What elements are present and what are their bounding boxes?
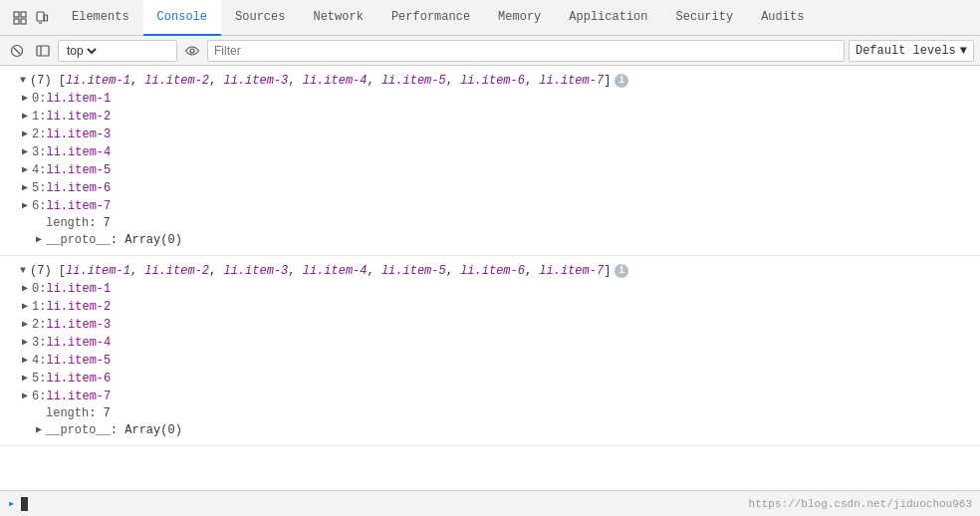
tab-memory[interactable]: Memory [484, 0, 555, 36]
expand-arrow-icon[interactable]: ▶ [22, 91, 28, 107]
expand-arrow-icon[interactable]: ▶ [22, 162, 28, 178]
array-summary-line[interactable]: ▼(7) [li.item-1, li.item-2, li.item-3, l… [0, 262, 980, 280]
expand-arrow-icon[interactable]: ▶ [22, 335, 28, 351]
length-property: length: 7 [0, 405, 980, 421]
levels-dropdown-button[interactable]: Default levels ▼ [849, 40, 974, 62]
list-item[interactable]: ▶5: li.item-6 [0, 370, 980, 387]
svg-rect-3 [21, 19, 26, 24]
list-item[interactable]: ▶1: li.item-2 [0, 108, 980, 126]
expand-arrow-icon[interactable]: ▶ [22, 127, 28, 142]
svg-line-8 [14, 48, 20, 54]
expand-arrow-icon[interactable]: ▶ [22, 353, 28, 369]
list-item[interactable]: ▶6: li.item-7 [0, 387, 980, 405]
list-item[interactable]: ▶6: li.item-7 [0, 197, 980, 215]
collapse-arrow-icon[interactable]: ▼ [20, 263, 26, 279]
watermark-text: https://blog.csdn.net/jiduochou963 [749, 498, 972, 510]
filter-input[interactable] [207, 40, 845, 62]
console-block: ▼(7) [li.item-1, li.item-2, li.item-3, l… [0, 256, 980, 446]
device-icon[interactable] [34, 10, 50, 26]
devtools-icons [4, 10, 58, 26]
tab-network[interactable]: Network [299, 0, 376, 36]
eye-button[interactable] [181, 40, 203, 62]
console-prompt: ▸ [8, 496, 749, 511]
proto-expand-arrow-icon[interactable]: ▶ [36, 422, 42, 438]
tab-elements[interactable]: Elements [58, 0, 143, 36]
expand-arrow-icon[interactable]: ▶ [22, 388, 28, 404]
list-item[interactable]: ▶2: li.item-3 [0, 126, 980, 143]
tab-security[interactable]: Security [662, 0, 748, 36]
console-output: ▼(7) [li.item-1, li.item-2, li.item-3, l… [0, 66, 980, 490]
expand-arrow-icon[interactable]: ▶ [22, 371, 28, 387]
proto-expand-arrow-icon[interactable]: ▶ [36, 232, 42, 248]
prompt-chevron-icon: ▸ [8, 496, 15, 511]
tab-application[interactable]: Application [555, 0, 661, 36]
list-item[interactable]: ▶5: li.item-6 [0, 179, 980, 197]
svg-rect-4 [37, 12, 44, 21]
tab-audits[interactable]: Audits [747, 0, 818, 36]
collapse-arrow-icon[interactable]: ▼ [20, 73, 26, 89]
list-item[interactable]: ▶0: li.item-1 [0, 280, 980, 298]
tab-sources[interactable]: Sources [221, 0, 299, 36]
info-icon[interactable]: i [614, 264, 628, 278]
expand-arrow-icon[interactable]: ▶ [22, 180, 28, 196]
chevron-down-icon: ▼ [960, 44, 967, 58]
cursor-indicator [21, 497, 28, 511]
console-toolbar: top Default levels ▼ [0, 36, 980, 66]
status-bar: ▸ https://blog.csdn.net/jiduochou963 [0, 490, 980, 516]
toggle-sidebar-button[interactable] [32, 40, 54, 62]
proto-property[interactable]: ▶__proto__: Array(0) [0, 231, 980, 249]
svg-rect-1 [21, 12, 26, 17]
list-item[interactable]: ▶0: li.item-1 [0, 90, 980, 108]
context-select-input[interactable]: top [63, 43, 100, 59]
expand-arrow-icon[interactable]: ▶ [22, 281, 28, 297]
expand-arrow-icon[interactable]: ▶ [22, 299, 28, 315]
tab-performance[interactable]: Performance [377, 0, 484, 36]
expand-arrow-icon[interactable]: ▶ [22, 144, 28, 160]
list-item[interactable]: ▶1: li.item-2 [0, 298, 980, 316]
proto-property[interactable]: ▶__proto__: Array(0) [0, 421, 980, 439]
cursor-icon[interactable] [12, 10, 28, 26]
length-property: length: 7 [0, 215, 980, 231]
svg-rect-9 [37, 46, 49, 56]
list-item[interactable]: ▶3: li.item-4 [0, 143, 980, 161]
svg-rect-0 [14, 12, 19, 17]
expand-arrow-icon[interactable]: ▶ [22, 198, 28, 214]
console-block: ▼(7) [li.item-1, li.item-2, li.item-3, l… [0, 66, 980, 256]
list-item[interactable]: ▶3: li.item-4 [0, 334, 980, 352]
expand-arrow-icon[interactable]: ▶ [22, 317, 28, 333]
list-item[interactable]: ▶2: li.item-3 [0, 316, 980, 334]
clear-console-button[interactable] [6, 40, 28, 62]
tab-console[interactable]: Console [143, 0, 221, 36]
tab-bar: Elements Console Sources Network Perform… [0, 0, 980, 36]
svg-point-11 [190, 49, 194, 53]
list-item[interactable]: ▶4: li.item-5 [0, 161, 980, 179]
info-icon[interactable]: i [614, 74, 628, 88]
list-item[interactable]: ▶4: li.item-5 [0, 352, 980, 370]
expand-arrow-icon[interactable]: ▶ [22, 109, 28, 125]
context-selector[interactable]: top [58, 40, 177, 62]
array-summary-line[interactable]: ▼(7) [li.item-1, li.item-2, li.item-3, l… [0, 72, 980, 90]
svg-rect-5 [45, 15, 48, 21]
svg-rect-2 [14, 19, 19, 24]
